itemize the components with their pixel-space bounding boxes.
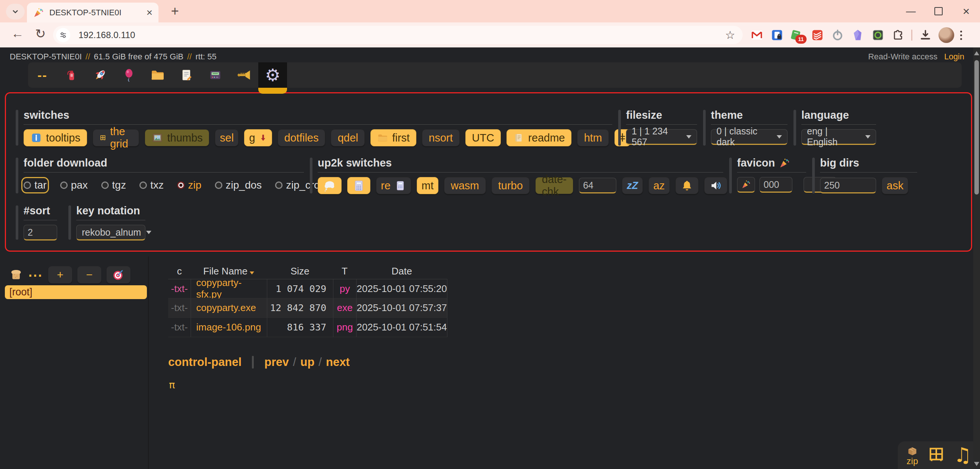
col-header-type[interactable]: T bbox=[333, 263, 356, 279]
radio-zip-selected[interactable]: zip bbox=[177, 179, 202, 191]
bookmark-star-icon[interactable]: ☆ bbox=[725, 29, 735, 41]
language-select[interactable]: eng | English bbox=[801, 129, 876, 145]
power-extension-icon[interactable] bbox=[830, 28, 845, 42]
g-sort-toggle[interactable]: g bbox=[244, 129, 272, 146]
up2k-hash-toggle[interactable] bbox=[347, 177, 371, 194]
big-dirs-input[interactable] bbox=[820, 178, 876, 193]
up2k-mt-toggle[interactable]: mt bbox=[417, 177, 438, 194]
breadcrumb-toggle[interactable] bbox=[9, 267, 23, 283]
radio-tgz[interactable]: tgz bbox=[101, 179, 126, 191]
control-panel-link[interactable]: control-panel bbox=[168, 355, 242, 369]
dotfiles-toggle[interactable]: dotfiles bbox=[278, 129, 326, 146]
grid-view-toggle[interactable]: the grid bbox=[93, 129, 139, 146]
radio-pax[interactable]: pax bbox=[60, 179, 88, 191]
tab-files[interactable] bbox=[143, 62, 172, 88]
key-notation-select[interactable]: rekobo_alnum bbox=[76, 225, 145, 241]
extensions-puzzle-icon[interactable] bbox=[891, 28, 905, 42]
big-dirs-ask-button[interactable]: ask bbox=[882, 177, 908, 194]
favicon-emoji-input[interactable] bbox=[737, 177, 755, 193]
page-scrollbar[interactable] bbox=[973, 48, 980, 469]
up2k-idle-toggle[interactable]: zZ bbox=[622, 177, 643, 194]
thumbs-toggle[interactable]: thumbs bbox=[145, 129, 209, 146]
tree-dots[interactable]: ... bbox=[29, 270, 43, 274]
up2k-rehash-toggle[interactable]: re bbox=[376, 177, 411, 194]
login-link[interactable]: Login bbox=[944, 52, 964, 61]
site-info-button[interactable] bbox=[56, 28, 70, 42]
tab-audio[interactable] bbox=[229, 62, 258, 88]
tab-collapse[interactable]: -- bbox=[28, 62, 57, 88]
up2k-sound-toggle[interactable] bbox=[704, 177, 727, 194]
theme-select[interactable]: 0 | classic dark bbox=[711, 129, 788, 145]
sort-input[interactable] bbox=[24, 225, 57, 241]
file-name-link[interactable]: copyparty-sfx.py bbox=[191, 279, 267, 298]
address-bar[interactable]: 192.168.0.110 ☆ bbox=[53, 26, 743, 44]
tab-close-icon[interactable]: × bbox=[146, 8, 153, 18]
up2k-turbo-toggle[interactable]: turbo bbox=[492, 177, 530, 194]
new-tab-button[interactable]: + bbox=[167, 3, 183, 19]
col-header-name[interactable]: File Name bbox=[191, 263, 267, 279]
scroll-thumb[interactable] bbox=[974, 60, 979, 195]
scroll-down-arrow[interactable] bbox=[974, 462, 979, 466]
radio-txz[interactable]: txz bbox=[139, 179, 164, 191]
maximize-button[interactable] bbox=[925, 0, 952, 22]
next-link[interactable]: next bbox=[326, 355, 350, 369]
zip-selection-button[interactable]: zip bbox=[906, 445, 919, 466]
tab-textedit[interactable] bbox=[172, 62, 201, 88]
file-cprops-link[interactable]: -txt- bbox=[168, 279, 191, 298]
tree-jump-button[interactable] bbox=[107, 266, 130, 284]
radio-tar[interactable]: tar bbox=[24, 179, 47, 191]
col-header-c[interactable]: c bbox=[168, 263, 191, 279]
up2k-threads-input[interactable] bbox=[579, 178, 616, 193]
browser-tab[interactable]: DESKTOP-5TNIE0I × bbox=[27, 3, 159, 22]
nsort-toggle[interactable]: nsort bbox=[422, 129, 459, 146]
notes-extension-icon[interactable]: 11 bbox=[790, 28, 804, 42]
docs-lock-extension-icon[interactable] bbox=[770, 28, 784, 42]
tab-console[interactable] bbox=[201, 62, 229, 88]
tab-upload[interactable] bbox=[86, 62, 115, 88]
prev-link[interactable]: prev bbox=[264, 355, 288, 369]
tree-root-item[interactable]: [root] bbox=[5, 285, 147, 299]
folders-first-toggle[interactable]: first bbox=[371, 129, 416, 146]
gmail-extension-icon[interactable] bbox=[750, 28, 764, 42]
url-text[interactable]: 192.168.0.110 bbox=[78, 30, 725, 40]
up-link[interactable]: up bbox=[300, 355, 314, 369]
up2k-az-toggle[interactable]: az bbox=[649, 177, 670, 194]
tree-expand-button[interactable]: + bbox=[48, 266, 72, 284]
up2k-wasm-toggle[interactable]: wasm bbox=[444, 177, 486, 194]
todoist-extension-icon[interactable] bbox=[810, 28, 824, 42]
radio-zip-dos[interactable]: zip_dos bbox=[215, 179, 262, 191]
radio-zip-crc[interactable]: zip_crc bbox=[275, 179, 319, 191]
file-cprops-link[interactable]: -txt- bbox=[168, 298, 191, 318]
pi-link[interactable]: π bbox=[169, 379, 175, 391]
tab-party[interactable] bbox=[115, 62, 143, 88]
music-note-icon[interactable]: ♫ bbox=[954, 445, 972, 465]
profile-avatar[interactable] bbox=[939, 27, 954, 43]
scroll-up-arrow[interactable] bbox=[974, 51, 979, 55]
tab-settings-active[interactable]: ⚙ bbox=[258, 62, 287, 88]
filesize-select[interactable]: 1 | 1 234 567 bbox=[626, 129, 697, 145]
qdel-toggle[interactable]: qdel bbox=[331, 129, 365, 146]
file-name-link[interactable]: copyparty.exe bbox=[191, 298, 267, 318]
up2k-notify-toggle[interactable] bbox=[675, 177, 698, 194]
file-name-link[interactable]: image-106.png bbox=[191, 318, 267, 337]
favicon-color1-input[interactable] bbox=[759, 177, 792, 193]
obsidian-extension-icon[interactable] bbox=[851, 28, 865, 42]
up2k-confirm-toggle[interactable] bbox=[318, 177, 342, 194]
utc-toggle[interactable]: UTC bbox=[465, 129, 501, 146]
reload-button[interactable]: ↻ bbox=[35, 26, 46, 41]
close-button[interactable]: × bbox=[952, 0, 980, 22]
downloads-icon[interactable] bbox=[918, 28, 932, 42]
readme-toggle[interactable]: readme bbox=[506, 129, 571, 146]
file-cprops-link[interactable]: -txt- bbox=[168, 318, 191, 337]
htm-toggle[interactable]: htm bbox=[577, 129, 608, 146]
browser-menu-icon[interactable] bbox=[960, 31, 962, 40]
tooltips-toggle[interactable]: tooltips bbox=[24, 129, 87, 146]
sel-toggle[interactable]: sel bbox=[215, 129, 239, 146]
camera-extension-icon[interactable] bbox=[871, 28, 885, 42]
up2k-datechk-toggle[interactable]: date-chk bbox=[535, 177, 573, 194]
tab-search-button[interactable] bbox=[6, 4, 25, 19]
tab-delete[interactable] bbox=[57, 62, 86, 88]
back-button[interactable]: ← bbox=[11, 26, 24, 41]
col-header-date[interactable]: Date bbox=[356, 263, 447, 279]
grid-view-button[interactable] bbox=[927, 445, 946, 465]
